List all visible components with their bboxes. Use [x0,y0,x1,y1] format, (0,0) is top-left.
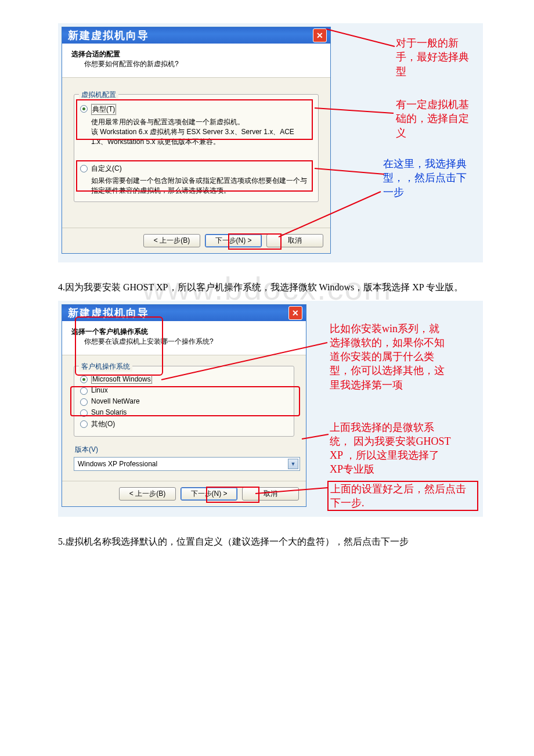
radio-icon [80,105,88,113]
window-title: 新建虚拟机向导 [68,306,149,320]
annotation-2a: 比如你安装win系列，就选择微软的，如果你不知道你安装的属于什么类型，你可以选择… [330,322,446,392]
radio-typical-desc: 使用最常用的设备与配置选项创建一个新虚拟机。 该 Workstation 6.x… [91,117,312,146]
radio-icon [80,409,88,417]
os-label: Microsoft Windows [91,375,152,384]
titlebar[interactable]: 新建虚拟机向导 ✕ [62,27,330,44]
group-label: 客户机操作系统 [79,362,132,372]
annotation-2c: 上面的设置好之后，然后点击下一步. [327,481,478,512]
button-bar: < 上一步(B) 下一步(N) > 取消 [62,228,330,253]
radio-typical[interactable]: 典型(T) [80,104,312,115]
cancel-button[interactable]: 取消 [266,234,323,247]
next-button[interactable]: 下一步(N) > [181,487,237,501]
annotation-2b: 上面我选择的是微软系统， 因为我要安装GHOST XP ，所以这里我选择了XP专… [330,420,452,477]
annotation-1c: 在这里，我选择典型，，然后点击下一步 [383,157,476,199]
header-subtitle: 你想要在该虚拟机上安装哪一个操作系统? [84,337,297,347]
window-title: 新建虚拟机向导 [68,28,149,42]
figure-1: 新建虚拟机向导 ✕ 选择合适的配置 你想要如何配置你的新虚拟机? 虚拟机配置 典… [58,23,483,262]
cancel-button[interactable]: 取消 [242,487,299,501]
guest-os-group: 客户机操作系统 Microsoft Windows Linux Novel [74,366,294,437]
wizard-header: 选择合适的配置 你想要如何配置你的新虚拟机? [62,44,330,78]
os-label: Sun Solaris [91,408,127,416]
radio-os-linux[interactable]: Linux [80,386,288,395]
radio-os-solaris[interactable]: Sun Solaris [80,408,288,417]
wizard-header: 选择一个客户机操作系统 你想要在该虚拟机上安装哪一个操作系统? [62,321,306,355]
annotation-1a: 对于一般的新手，最好选择典型 [396,36,476,78]
paragraph-4: 4.因为我要安装 GHOST XP，所以客户机操作系统，我选择微软 Window… [58,280,476,295]
radio-custom-label: 自定义(C) [91,164,122,174]
radio-custom[interactable]: 自定义(C) [80,164,312,174]
version-select[interactable]: Windows XP Professional ▼ [74,457,300,471]
os-label: 其他(O) [91,419,115,429]
svg-line-0 [326,29,395,46]
back-button[interactable]: < 上一步(B) [119,487,176,501]
header-subtitle: 你想要如何配置你的新虚拟机? [84,59,321,69]
version-label: 版本(V) [75,445,294,455]
radio-custom-desc: 如果你需要创建一个包含附加设备或指定配置选项或你想要创建一个与指定硬件兼容的虚拟… [91,176,312,196]
figure-2: 新建虚拟机向导 ✕ 选择一个客户机操作系统 你想要在该虚拟机上安装哪一个操作系统… [58,301,483,517]
radio-icon [80,398,88,406]
os-label: Novell NetWare [91,397,140,405]
next-button[interactable]: 下一步(N) > [205,234,262,247]
close-icon[interactable]: ✕ [288,306,302,320]
titlebar[interactable]: 新建虚拟机向导 ✕ [62,305,306,321]
back-button[interactable]: < 上一步(B) [143,234,200,247]
radio-icon [80,420,88,428]
header-title: 选择一个客户机操作系统 [71,327,297,337]
radio-typical-label: 典型(T) [91,104,116,115]
annotation-1b: 有一定虚拟机基础的，选择自定义 [396,98,476,140]
button-bar: < 上一步(B) 下一步(N) > 取消 [62,481,306,506]
wizard-dialog-1: 新建虚拟机向导 ✕ 选择合适的配置 你想要如何配置你的新虚拟机? 虚拟机配置 典… [62,27,331,254]
paragraph-5: 5.虚拟机名称我选择默认的，位置自定义（建议选择一个大的盘符），然后点击下一步 [58,534,476,549]
vm-config-group: 虚拟机配置 典型(T) 使用最常用的设备与配置选项创建一个新虚拟机。 该 Wor… [74,94,319,202]
radio-icon [80,387,88,395]
os-label: Linux [91,386,108,394]
wizard-dialog-2: 新建虚拟机向导 ✕ 选择一个客户机操作系统 你想要在该虚拟机上安装哪一个操作系统… [62,304,306,507]
radio-os-novell[interactable]: Novell NetWare [80,397,288,406]
close-icon[interactable]: ✕ [313,28,327,42]
radio-icon [80,376,88,383]
chevron-down-icon[interactable]: ▼ [288,459,298,469]
radio-os-windows[interactable]: Microsoft Windows [80,375,288,384]
version-value: Windows XP Professional [78,460,157,468]
radio-os-other[interactable]: 其他(O) [80,419,288,429]
header-title: 选择合适的配置 [71,49,321,59]
radio-icon [80,165,88,172]
group-label: 虚拟机配置 [79,90,118,100]
